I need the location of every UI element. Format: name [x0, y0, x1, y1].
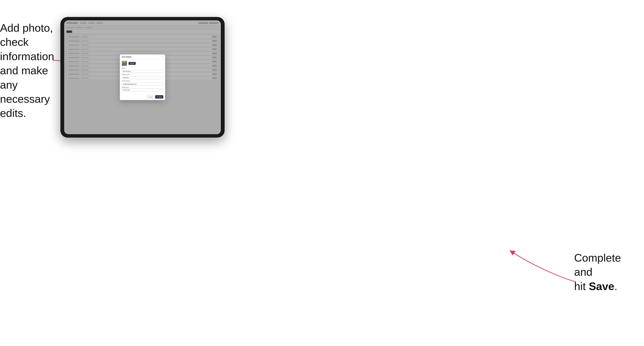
- email-label: Email address: [122, 80, 163, 82]
- select-clear-icon[interactable]: ✕ ⌃: [160, 89, 162, 91]
- photo-thumbnail: [122, 61, 127, 66]
- email-input[interactable]: [122, 83, 163, 86]
- school-year-value: Fourth Year: [123, 89, 130, 91]
- email-field-group: Email address: [122, 80, 163, 86]
- display-name-field-group: Display name: [122, 74, 163, 79]
- school-year-select[interactable]: Fourth Year ✕ ⌃: [122, 88, 163, 91]
- annotation-left: Add photo, check information and make an…: [0, 21, 58, 120]
- name-input[interactable]: [122, 70, 163, 73]
- school-year-label: School Year: [122, 87, 163, 88]
- annotation-right: Complete and hit Save.: [574, 251, 638, 293]
- upload-button[interactable]: Upload: [128, 62, 136, 65]
- annotation-right-period: .: [614, 280, 618, 292]
- save-icon: ⬆: [157, 96, 158, 98]
- modal-footer: Cancel ⬆ Save: [120, 94, 165, 100]
- modal-header: User details ×: [120, 54, 165, 59]
- name-label: Name: [122, 67, 163, 69]
- display-name-input[interactable]: [122, 76, 163, 79]
- display-name-label: Display name: [122, 74, 163, 75]
- name-field-group: Name: [122, 67, 163, 73]
- tablet-device: User details × Upload: [60, 17, 224, 138]
- photo-figure: [124, 62, 125, 65]
- user-details-modal: User details × Upload: [120, 54, 165, 100]
- modal-title: User details: [122, 56, 131, 58]
- cancel-button[interactable]: Cancel: [147, 95, 154, 99]
- tablet-screen: User details × Upload: [64, 20, 221, 134]
- save-label: Save: [158, 96, 162, 98]
- photo-section: Upload: [122, 61, 163, 66]
- arrow-right: [506, 248, 578, 286]
- annotation-right-bold: Save: [589, 280, 614, 292]
- close-button[interactable]: ×: [162, 56, 163, 58]
- modal-overlay: User details × Upload: [64, 20, 221, 134]
- photo-image: [122, 61, 127, 66]
- school-year-field-group: School Year Fourth Year ✕ ⌃: [122, 87, 163, 91]
- annotation-right-line1: Complete and: [574, 252, 621, 278]
- save-button[interactable]: ⬆ Save: [155, 95, 163, 99]
- modal-body: Upload Name Display name Email addre: [120, 59, 165, 94]
